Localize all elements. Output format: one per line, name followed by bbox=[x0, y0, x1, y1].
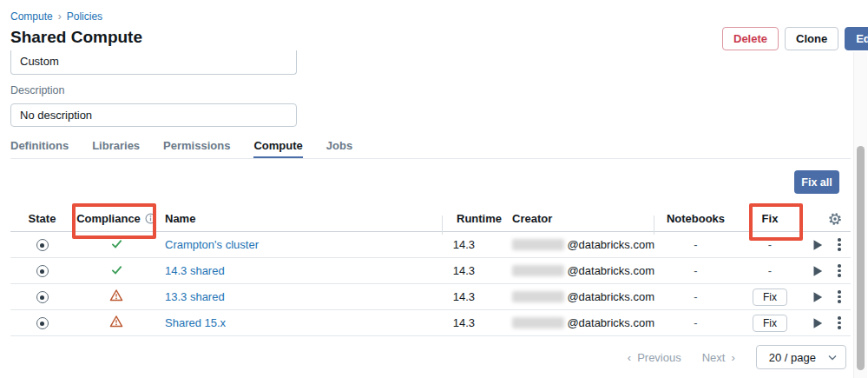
scrollbar-thumb[interactable] bbox=[857, 146, 865, 370]
tabs-divider bbox=[10, 158, 851, 159]
col-header-creator[interactable]: Creator bbox=[503, 212, 654, 225]
fix-button[interactable]: Fix bbox=[753, 288, 787, 306]
cluster-name-link[interactable]: 13.3 shared bbox=[165, 290, 225, 303]
cluster-state-icon bbox=[36, 239, 49, 251]
notebooks-value: - bbox=[654, 264, 737, 277]
kebab-menu-icon[interactable] bbox=[836, 288, 843, 305]
compliance-ok-icon bbox=[110, 263, 123, 276]
runtime-value: 14.3 bbox=[443, 238, 503, 251]
compliance-warning-icon bbox=[109, 315, 123, 328]
chevron-right-icon: › bbox=[58, 10, 62, 23]
redacted-username bbox=[512, 317, 564, 328]
cluster-name-link[interactable]: Shared 15.x bbox=[165, 316, 226, 329]
shared-compute-policy-page: Compute › Policies Shared Compute Delete… bbox=[0, 0, 868, 378]
start-cluster-icon[interactable] bbox=[811, 316, 825, 330]
next-page-button[interactable]: Next › bbox=[702, 351, 735, 364]
gear-icon[interactable] bbox=[828, 212, 842, 226]
redacted-username bbox=[512, 291, 564, 302]
previous-page-button[interactable]: ‹ Previous bbox=[628, 351, 681, 364]
kebab-menu-icon[interactable] bbox=[836, 315, 843, 331]
compute-table: State Compliance Name Runtime Creator No… bbox=[10, 206, 851, 336]
cluster-state-icon bbox=[36, 291, 49, 303]
redacted-username bbox=[512, 265, 564, 276]
header-actions: Delete Clone Edit bbox=[722, 27, 868, 50]
table-row: Crampton's cluster 14.3 @databricks.com … bbox=[10, 232, 851, 258]
tab-bar: Definitions Libraries Permissions Comput… bbox=[10, 139, 352, 159]
table-row: 13.3 shared 14.3 @databricks.com - Fix bbox=[10, 284, 851, 310]
chevron-left-icon: ‹ bbox=[628, 351, 631, 364]
page-title: Shared Compute bbox=[10, 28, 142, 47]
notebooks-value: - bbox=[654, 238, 737, 251]
chevron-right-icon: › bbox=[731, 351, 734, 364]
tab-libraries[interactable]: Libraries bbox=[92, 139, 140, 159]
compliance-ok-icon bbox=[110, 237, 123, 250]
tab-compute[interactable]: Compute bbox=[253, 139, 302, 159]
col-header-name[interactable]: Name bbox=[159, 212, 443, 225]
tab-definitions[interactable]: Definitions bbox=[10, 139, 69, 159]
breadcrumb-compute[interactable]: Compute bbox=[10, 10, 53, 23]
page-size-value: 20 / page bbox=[769, 351, 816, 364]
tab-permissions[interactable]: Permissions bbox=[163, 139, 230, 159]
info-icon[interactable] bbox=[145, 213, 156, 224]
creator-domain: @databricks.com bbox=[567, 316, 654, 329]
cluster-state-icon bbox=[36, 317, 49, 329]
description-label: Description bbox=[10, 84, 65, 96]
fix-value: - bbox=[737, 264, 803, 277]
start-cluster-icon[interactable] bbox=[811, 290, 825, 304]
col-header-runtime[interactable]: Runtime bbox=[443, 212, 503, 225]
fix-all-button[interactable]: Fix all bbox=[794, 170, 839, 194]
tab-jobs[interactable]: Jobs bbox=[326, 139, 352, 159]
notebooks-value: - bbox=[654, 290, 737, 303]
table-header-row: State Compliance Name Runtime Creator No… bbox=[10, 206, 851, 232]
redacted-username bbox=[512, 239, 564, 250]
runtime-value: 14.3 bbox=[443, 264, 503, 277]
col-header-state[interactable]: State bbox=[10, 212, 74, 225]
creator-domain: @databricks.com bbox=[567, 264, 654, 277]
fix-value: - bbox=[737, 238, 803, 251]
chevron-down-icon bbox=[828, 355, 837, 361]
kebab-menu-icon[interactable] bbox=[836, 236, 843, 253]
breadcrumb-policies[interactable]: Policies bbox=[67, 10, 102, 23]
cluster-state-icon bbox=[36, 265, 49, 277]
compliance-header-label: Compliance bbox=[76, 212, 141, 225]
table-row: 14.3 shared 14.3 @databricks.com - - bbox=[10, 258, 851, 284]
start-cluster-icon[interactable] bbox=[811, 238, 825, 252]
page-size-select[interactable]: 20 / page bbox=[756, 345, 846, 369]
edit-button[interactable]: Edit bbox=[845, 27, 868, 50]
breadcrumb: Compute › Policies bbox=[10, 10, 102, 23]
next-label: Next bbox=[702, 351, 726, 364]
creator-domain: @databricks.com bbox=[567, 238, 654, 251]
cluster-name-link[interactable]: 14.3 shared bbox=[165, 264, 225, 277]
cluster-name-link[interactable]: Crampton's cluster bbox=[165, 238, 259, 251]
col-header-notebooks[interactable]: Notebooks bbox=[654, 212, 737, 225]
table-row: Shared 15.x 14.3 @databricks.com - Fix bbox=[10, 310, 851, 336]
delete-button[interactable]: Delete bbox=[722, 27, 779, 50]
col-header-fix[interactable]: Fix bbox=[737, 212, 803, 225]
creator-domain: @databricks.com bbox=[567, 290, 654, 303]
runtime-value: 14.3 bbox=[443, 316, 503, 329]
compliance-warning-icon bbox=[109, 288, 123, 302]
pagination: ‹ Previous Next › 20 / page bbox=[0, 345, 846, 369]
fix-button[interactable]: Fix bbox=[753, 315, 787, 332]
description-field[interactable] bbox=[10, 103, 297, 127]
start-cluster-icon[interactable] bbox=[811, 264, 825, 278]
previous-label: Previous bbox=[637, 351, 681, 364]
col-header-compliance[interactable]: Compliance bbox=[74, 212, 159, 225]
kebab-menu-icon[interactable] bbox=[836, 262, 843, 279]
notebooks-value: - bbox=[654, 316, 737, 329]
policy-family-field[interactable]: Custom bbox=[10, 50, 297, 75]
clone-button[interactable]: Clone bbox=[785, 27, 838, 50]
runtime-value: 14.3 bbox=[443, 290, 503, 303]
